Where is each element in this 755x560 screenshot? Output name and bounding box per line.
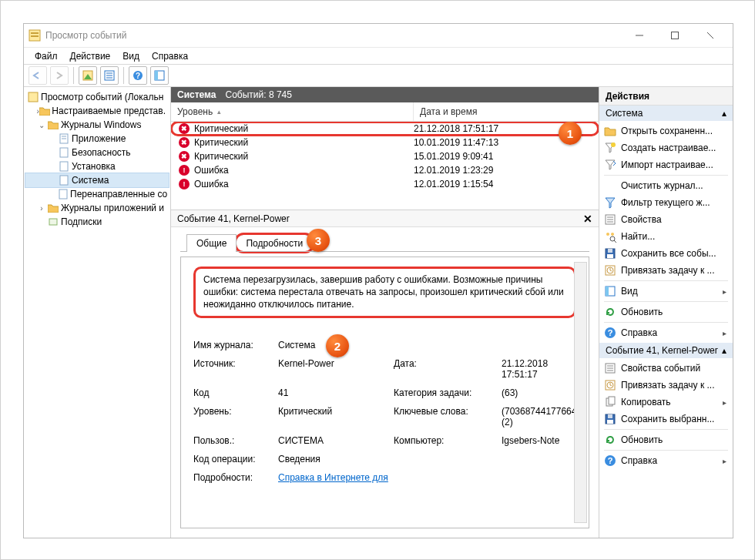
action-label: Справка (621, 455, 657, 466)
action-item[interactable]: Сохранить все собы... (599, 245, 733, 262)
action-item[interactable]: ?Справка▸ (599, 452, 733, 469)
expand-icon[interactable]: › (36, 204, 47, 213)
action-item[interactable]: Обновить (599, 303, 733, 320)
event-row[interactable]: ✖Критический10.01.2019 11:47:13 (171, 136, 599, 149)
show-tree-button[interactable] (79, 66, 97, 85)
preview-button[interactable] (150, 66, 169, 85)
action-item[interactable]: Очистить журнал... (599, 177, 733, 194)
action-item[interactable]: Создать настраивае... (599, 139, 733, 156)
folder-icon (47, 119, 59, 131)
folder-icon (604, 125, 616, 137)
svg-point-33 (611, 233, 614, 236)
col-level[interactable]: Уровень▴ (171, 102, 414, 121)
action-label: Импорт настраивае... (621, 159, 713, 170)
kv-date-val: 21.12.2018 17:51:17 (502, 358, 582, 380)
action-item[interactable]: Свойства (599, 211, 733, 228)
action-item[interactable]: Привязать задачу к ... (599, 262, 733, 279)
collapse-icon: ▴ (722, 345, 726, 356)
online-help-link[interactable]: Справка в Интернете для (278, 472, 388, 483)
nav-tree[interactable]: Просмотр событий (Локальн › Настраиваемы… (24, 87, 170, 538)
tree-custom-views[interactable]: › Настраиваемые представ. (25, 104, 169, 118)
tree-setup[interactable]: Установка (25, 159, 169, 173)
tab-general[interactable]: Общие (186, 234, 237, 252)
kv-user-val: СИСТЕМА (278, 435, 394, 446)
action-item[interactable]: ?Справка▸ (599, 324, 733, 341)
event-message: Система перезагрузилась, завершив работу… (193, 267, 576, 318)
kv-code-val: 41 (278, 387, 394, 398)
find-icon (604, 230, 616, 243)
event-row[interactable]: !Ошибка12.01.2019 1:23:29 (171, 163, 599, 177)
refresh-icon (604, 306, 616, 318)
svg-line-6 (707, 32, 713, 39)
svg-rect-15 (155, 71, 158, 80)
tree-system[interactable]: Система (25, 173, 169, 187)
menu-file[interactable]: Файл (29, 49, 64, 63)
vertical-scrollbar[interactable] (574, 262, 587, 523)
tree-app-services[interactable]: › Журналы приложений и (25, 201, 169, 215)
back-button[interactable] (29, 66, 47, 85)
action-item[interactable]: Вид▸ (599, 283, 733, 300)
event-level: Критический (194, 137, 414, 148)
action-item[interactable]: Фильтр текущего ж... (599, 194, 733, 211)
event-row[interactable]: ✖Критический15.01.2019 9:09:41 (171, 149, 599, 163)
help-button[interactable]: ? (129, 66, 147, 85)
event-date: 12.01.2019 1:23:29 (414, 165, 599, 176)
menu-action[interactable]: Действие (64, 49, 117, 63)
action-item[interactable]: Найти... (599, 228, 733, 245)
action-label: Привязать задачу к ... (621, 265, 715, 276)
close-detail-button[interactable]: ✕ (583, 213, 592, 225)
actions-section-system[interactable]: Система▴ (599, 106, 733, 121)
menu-view[interactable]: Вид (116, 49, 146, 63)
event-row[interactable]: !Ошибка12.01.2019 1:15:54 (171, 177, 599, 191)
kv-more-key: Подробности: (193, 472, 278, 483)
submenu-icon: ▸ (723, 457, 728, 465)
tab-details[interactable]: Подробности (236, 234, 313, 252)
action-item[interactable]: Привязать задачу к ... (599, 377, 733, 394)
tree-root[interactable]: Просмотр событий (Локальн (25, 90, 169, 104)
menu-help[interactable]: Справка (146, 49, 194, 63)
subs-icon (47, 216, 59, 228)
action-item[interactable]: Копировать▸ (599, 394, 733, 411)
event-list[interactable]: 1 ✖Критический21.12.2018 17:51:17✖Критич… (171, 122, 599, 210)
properties-button[interactable] (100, 66, 119, 85)
kv-log-key: Имя журнала: (193, 340, 278, 350)
tree-windows-logs[interactable]: ⌄ Журналы Windows (25, 118, 169, 132)
kv-computer-val: Igsebers-Note (502, 435, 582, 446)
actions-section-event[interactable]: Событие 41, Kernel-Power▴ (599, 343, 733, 358)
event-level: Критический (194, 151, 414, 162)
close-button[interactable] (693, 25, 728, 46)
action-item[interactable]: Импорт настраивае... (599, 156, 733, 173)
tree-security[interactable]: Безопасность (25, 146, 169, 159)
tree-forwarded[interactable]: Перенаправленные со (25, 187, 169, 201)
action-item[interactable]: Сохранить выбранн... (599, 411, 733, 428)
minimize-button[interactable] (622, 25, 657, 46)
action-item[interactable]: Обновить (599, 431, 733, 448)
help-icon: ? (604, 327, 616, 339)
kv-opcode-val: Сведения (278, 454, 394, 464)
event-level: Ошибка (194, 165, 414, 176)
props-icon (604, 362, 616, 374)
kv-user-key: Пользов.: (193, 435, 278, 446)
event-columns[interactable]: Уровень▴ Дата и время (171, 102, 599, 122)
forward-button[interactable] (50, 66, 69, 85)
detail-header: Событие 41, Kernel-Power ✕ (171, 210, 599, 227)
marker-2: 2 (326, 334, 349, 357)
event-row[interactable]: ✖Критический21.12.2018 17:51:17 (171, 122, 599, 136)
maximize-button[interactable] (657, 25, 693, 46)
menubar: Файл Действие Вид Справка (24, 47, 733, 64)
refresh-icon (604, 434, 616, 446)
collapse-icon[interactable]: ⌄ (36, 121, 47, 129)
kv-opcode-key: Код операции: (193, 454, 278, 464)
error-icon: ! (179, 165, 190, 176)
kv-level-val: Критический (278, 406, 394, 428)
kv-code-key: Код (193, 387, 278, 398)
funnel-icon (604, 196, 616, 209)
action-item[interactable]: Открыть сохраненн... (599, 122, 733, 139)
svg-point-32 (606, 233, 609, 236)
kv-taskcat-val: (63) (502, 387, 582, 398)
tree-subscriptions[interactable]: Подписки (25, 215, 169, 229)
col-date[interactable]: Дата и время (414, 102, 599, 121)
tree-application[interactable]: Приложение (25, 132, 169, 146)
action-item[interactable]: Свойства событий (599, 360, 733, 377)
events-header: Система Событий: 8 745 (171, 87, 599, 102)
